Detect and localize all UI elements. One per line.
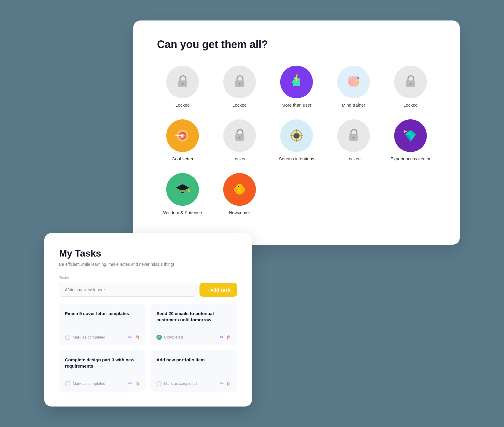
task-status-4[interactable]: Mark as completed [156,381,197,386]
task-actions-1: ✏ 🗑 [128,334,140,340]
svg-point-19 [238,137,240,139]
task-status-3[interactable]: Mark as completed [65,381,105,386]
achievements-title: Can you get them all? [157,38,436,51]
badge-newcomer: Newcomer [214,173,265,215]
task-text-3: Complete design part 3 with new requirem… [65,357,140,376]
badge-goal-setter: Goal setter [157,119,208,161]
badge-icon-locked-3 [394,66,427,98]
badge-label-mind-trainer: Mind trainer [342,102,365,107]
achievements-card: Can you get them all? Locked [133,20,460,245]
badge-label-locked-4: Locked [232,156,247,161]
task-footer-1: Mark as completed ✏ 🗑 [65,334,140,340]
task-status-label-4: Mark as completed [164,381,197,386]
task-footer-4: Mark as completed ✏ 🗑 [156,381,231,386]
check-circle-1 [65,335,70,340]
badge-label-goal-setter: Goal setter [172,156,193,161]
badge-label-newcomer: Newcomer [229,210,250,215]
badge-icon-locked-2 [223,66,256,98]
svg-rect-7 [299,78,300,81]
badge-icon-experience [394,119,427,152]
badge-icon-wisdom [166,173,199,206]
task-input-row: + Add Task [59,283,237,297]
svg-point-3 [238,83,240,85]
svg-point-1 [181,83,183,85]
task-delete-2[interactable]: 🗑 [226,335,231,340]
badge-locked-1: Locked [157,66,208,107]
task-status-label-2: Completed [164,335,183,339]
svg-point-45 [238,186,239,187]
task-actions-2: ✏ 🗑 [220,334,231,340]
badge-label-locked-1: Locked [175,102,190,107]
svg-point-39 [188,190,190,192]
task-item-2: Send 20 emails to potential customers un… [150,304,237,345]
task-text-1: Finish 5 cover letter templates [65,310,140,330]
check-circle-2: ✓ [156,335,162,340]
svg-point-11 [357,77,359,79]
badge-icon-serious [280,119,313,152]
task-edit-3[interactable]: ✏ [128,381,132,386]
svg-rect-40 [181,190,184,192]
badge-label-serious: Serious intentions [279,156,314,161]
badge-icon-locked-1 [166,66,199,98]
badge-locked-4: Locked [214,119,265,161]
tasks-card: My Tasks Be efficient while learning, ma… [44,233,252,407]
add-task-button[interactable]: + Add Task [199,283,237,297]
task-text-4: Add new portfolio item [156,357,231,376]
task-item-3: Complete design part 3 with new requirem… [59,350,146,392]
check-circle-4 [156,381,162,386]
svg-point-13 [409,83,411,85]
badge-label-locked-5: Locked [346,156,361,161]
task-item-4: Add new portfolio item Mark as completed… [150,350,237,392]
task-footer-2: ✓ Completed ✏ 🗑 [156,334,231,340]
badge-label-wisdom: Wisdom & Patience [163,210,202,215]
tasks-subtitle: Be efficient while learning, make notes … [59,262,237,267]
badges-grid: Locked Locked [157,66,436,215]
badge-locked-5: Locked [328,119,379,161]
svg-point-30 [352,137,354,139]
task-input[interactable] [59,283,196,297]
task-text-2: Send 20 emails to potential customers un… [156,310,231,330]
badge-serious-intentions: Serious intentions [271,119,322,161]
badge-label-more-than-user: More than user [282,102,312,107]
badge-icon-mind-trainer [337,66,370,98]
task-edit-4[interactable]: ✏ [220,381,224,386]
badge-locked-3: Locked [385,66,436,107]
tasks-label: Tasks [59,276,237,280]
task-delete-3[interactable]: 🗑 [135,381,140,386]
svg-rect-8 [292,81,294,83]
task-status-label-3: Mark as completed [73,381,105,386]
badge-label-locked-3: Locked [403,102,418,107]
svg-rect-24 [295,133,298,135]
badge-mind-trainer: Mind trainer [328,66,379,107]
badge-icon-goal-setter [166,119,199,152]
task-status-label-1: Mark as completed [73,335,105,339]
badge-icon-locked-5 [337,119,370,152]
badge-icon-more-than-user [280,66,313,98]
badge-locked-2: Locked [214,66,265,107]
badge-more-than-user: More than user [271,66,322,107]
badge-experience-collector: Experience collector [385,119,436,161]
task-delete-1[interactable]: 🗑 [135,335,140,340]
badge-icon-locked-4 [223,119,256,152]
task-edit-2[interactable]: ✏ [220,334,224,340]
tasks-grid: Finish 5 cover letter templates Mark as … [59,304,237,392]
badge-label-locked-2: Locked [232,102,247,107]
badge-icon-newcomer [223,173,256,206]
task-delete-4[interactable]: 🗑 [226,381,231,386]
task-item-1: Finish 5 cover letter templates Mark as … [59,304,146,345]
task-actions-4: ✏ 🗑 [220,381,231,386]
task-footer-3: Mark as completed ✏ 🗑 [65,381,140,386]
task-actions-3: ✏ 🗑 [128,381,140,386]
check-circle-3 [65,381,70,386]
task-edit-1[interactable]: ✏ [128,334,132,340]
badge-wisdom-patience: Wisdom & Patience [157,173,208,215]
tasks-title: My Tasks [59,248,237,259]
task-status-1[interactable]: Mark as completed [65,335,105,340]
task-status-2[interactable]: ✓ Completed [156,335,183,340]
badge-label-experience: Experience collector [390,156,430,161]
